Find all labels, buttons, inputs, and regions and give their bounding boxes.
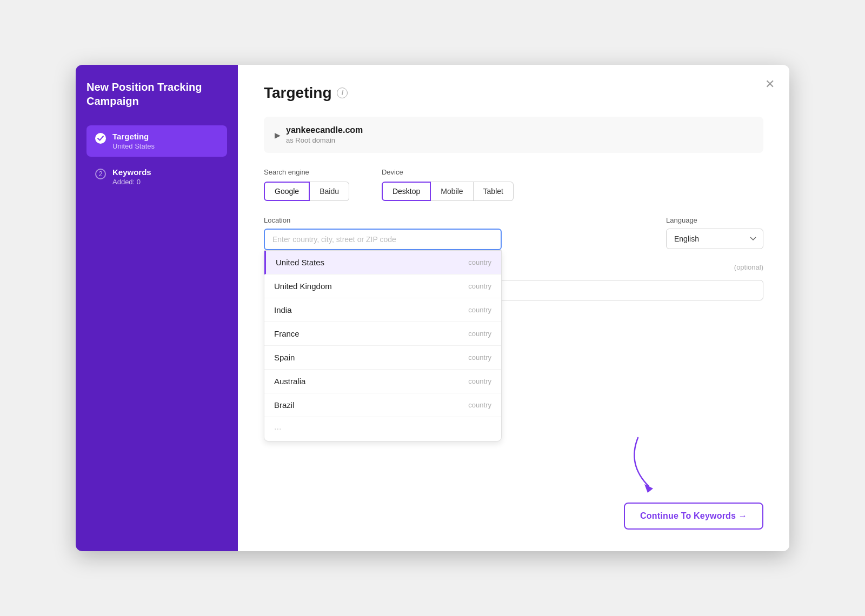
main-content: ✕ Targeting i ▶ yankeecandle.com as Root… xyxy=(238,65,789,551)
dropdown-item-france-type: country xyxy=(468,330,491,338)
close-button[interactable]: ✕ xyxy=(761,76,778,93)
page-title-text: Targeting xyxy=(264,84,331,102)
domain-type: as Root domain xyxy=(286,136,363,144)
dropdown-item-uk[interactable]: United Kingdom country xyxy=(264,274,501,298)
sidebar-title: New Position Tracking Campaign xyxy=(86,80,227,108)
location-label: Location xyxy=(264,216,651,224)
desktop-button[interactable]: Desktop xyxy=(382,182,431,201)
domain-box: ▶ yankeecandle.com as Root domain xyxy=(264,117,763,153)
location-group: Location United States country United Ki… xyxy=(264,216,651,250)
sidebar-keywords-sub: Added: 0 xyxy=(112,178,151,186)
dropdown-item-us-type: country xyxy=(468,258,491,266)
more-items-indicator: ··· xyxy=(274,424,281,434)
dropdown-item-spain[interactable]: Spain country xyxy=(264,346,501,370)
sidebar-targeting-sub: United States xyxy=(112,142,155,150)
sidebar-targeting-label: Targeting xyxy=(112,132,155,141)
dropdown-item-us[interactable]: United States country xyxy=(264,251,501,274)
sidebar-keywords-num: 2 xyxy=(95,169,106,179)
dropdown-item-india[interactable]: India country xyxy=(264,298,501,322)
baidu-button[interactable]: Baidu xyxy=(310,182,349,201)
optional-label: (optional) xyxy=(734,263,763,271)
location-language-row: Location United States country United Ki… xyxy=(264,216,763,250)
dropdown-item-france-name: France xyxy=(274,329,300,338)
language-select[interactable]: English Spanish French German Chinese xyxy=(666,229,763,249)
svg-marker-0 xyxy=(644,484,653,493)
page-title-row: Targeting i xyxy=(264,84,763,102)
options-row: Search engine Google Baidu Device Deskto… xyxy=(264,168,763,201)
modal-wrapper: New Position Tracking Campaign Targeting… xyxy=(76,65,789,551)
sidebar-item-targeting[interactable]: Targeting United States xyxy=(86,125,227,157)
google-button[interactable]: Google xyxy=(264,182,310,201)
dropdown-item-australia-name: Australia xyxy=(274,377,305,386)
language-label: Language xyxy=(666,216,763,224)
dropdown-item-uk-type: country xyxy=(468,282,491,290)
location-input[interactable] xyxy=(264,229,502,250)
dropdown-item-france[interactable]: France country xyxy=(264,322,501,346)
dropdown-item-brazil-type: country xyxy=(468,401,491,409)
dropdown-item-spain-type: country xyxy=(468,353,491,361)
search-engine-buttons: Google Baidu xyxy=(264,182,349,201)
dropdown-item-australia[interactable]: Australia country xyxy=(264,370,501,393)
info-icon[interactable]: i xyxy=(337,88,348,98)
dropdown-item-us-name: United States xyxy=(276,258,324,267)
dropdown-item-brazil[interactable]: Brazil country xyxy=(264,393,501,417)
dropdown-item-more: ··· xyxy=(264,417,501,441)
dropdown-item-india-name: India xyxy=(274,305,292,314)
sidebar: New Position Tracking Campaign Targeting… xyxy=(76,65,238,551)
language-group: Language English Spanish French German C… xyxy=(666,216,763,249)
device-group: Device Desktop Mobile Tablet xyxy=(382,168,514,201)
device-label: Device xyxy=(382,168,514,176)
dropdown-item-australia-type: country xyxy=(468,377,491,385)
sidebar-keywords-label: Keywords xyxy=(112,168,151,177)
domain-name: yankeecandle.com xyxy=(286,125,363,135)
sidebar-item-keywords[interactable]: 2 Keywords Added: 0 xyxy=(86,161,227,192)
dropdown-item-brazil-name: Brazil xyxy=(274,400,295,410)
mobile-button[interactable]: Mobile xyxy=(431,182,473,201)
search-engine-group: Search engine Google Baidu xyxy=(264,168,349,201)
tablet-button[interactable]: Tablet xyxy=(474,182,514,201)
continue-button[interactable]: Continue To Keywords → xyxy=(624,503,763,530)
arrow-annotation xyxy=(606,432,692,497)
check-icon xyxy=(95,133,106,144)
location-dropdown: United States country United Kingdom cou… xyxy=(264,250,502,441)
device-buttons: Desktop Mobile Tablet xyxy=(382,182,514,201)
domain-chevron-icon[interactable]: ▶ xyxy=(275,131,281,139)
dropdown-item-india-type: country xyxy=(468,306,491,314)
search-engine-label: Search engine xyxy=(264,168,349,176)
dropdown-item-uk-name: United Kingdom xyxy=(274,282,332,291)
dropdown-item-spain-name: Spain xyxy=(274,353,295,362)
